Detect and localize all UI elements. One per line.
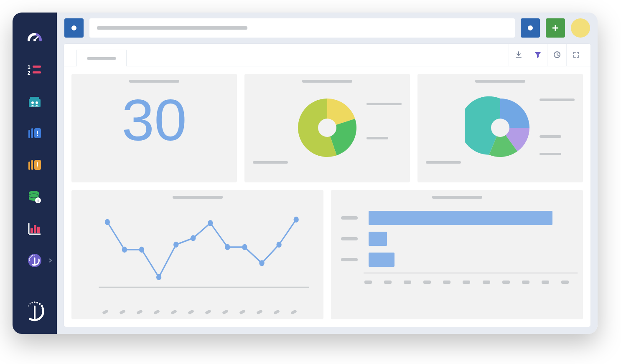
sidebar-item-list[interactable]: 1 2 [25,61,44,79]
svg-point-49 [173,242,178,248]
legend-right [366,103,402,139]
toolbar-actions [509,43,585,66]
svg-rect-5 [33,71,41,73]
add-button[interactable] [546,18,565,38]
sidebar: 1 2 ! [13,13,57,334]
panel-pie2[interactable] [417,74,583,182]
actions-button[interactable] [521,18,540,38]
svg-point-46 [122,247,127,253]
legend-item [540,99,575,101]
svg-point-37 [71,25,76,30]
panel-pie1-title [302,80,352,83]
bar-chart-icon [28,222,41,235]
bar-fill [369,211,552,225]
svg-point-32 [34,301,36,303]
alert-bars-blue-icon: ! [28,127,42,140]
svg-point-52 [225,244,230,250]
sidebar-item-alerts-blue[interactable]: ! [25,124,44,143]
numbered-list-icon: 1 2 [28,64,42,76]
sidebar-item-alerts-orange[interactable]: ! [25,156,44,174]
panel-line[interactable] [71,190,323,319]
svg-point-50 [191,235,196,241]
chevron-right-icon [49,258,52,263]
bar-label [341,258,358,261]
sidebar-item-app[interactable] [25,251,44,270]
svg-rect-25 [34,225,36,233]
svg-point-47 [139,247,144,253]
panel-line-title [173,196,223,199]
svg-point-43 [491,119,509,137]
panel-pie1[interactable] [244,74,410,182]
sidebar-item-database[interactable]: i [25,188,44,206]
search-input[interactable] [89,18,515,38]
bar-axis [364,272,583,278]
panel-bars[interactable] [331,190,583,319]
svg-text:1: 1 [28,64,31,70]
expand-icon [573,51,580,58]
tab-active[interactable] [76,50,127,66]
menu-button[interactable] [64,18,84,38]
avatar[interactable] [571,18,590,38]
alert-bars-orange-icon: ! [28,159,42,172]
download-button[interactable] [509,43,528,66]
svg-rect-11 [31,128,33,138]
sidebar-item-chart[interactable] [25,220,44,238]
legend-left [426,161,461,164]
donut-chart-2 [465,92,536,163]
gauge-icon [27,31,42,46]
bar-label [341,216,358,220]
svg-point-31 [36,302,38,303]
svg-point-9 [36,101,38,104]
kpi-value: 30 [77,91,231,149]
topbar [57,13,598,43]
legend-item [366,103,402,105]
svg-point-34 [30,303,31,305]
legend-left [253,161,288,164]
svg-point-35 [28,306,29,306]
search-placeholder-text [97,26,247,30]
sidebar-item-dashboard[interactable] [25,29,44,48]
svg-point-56 [294,217,299,222]
svg-point-33 [31,302,33,303]
svg-point-53 [242,244,247,250]
svg-point-45 [105,219,110,225]
download-icon [515,51,522,58]
sidebar-item-people[interactable] [25,93,44,111]
legend-item [540,153,561,155]
legend-item [366,137,388,139]
main-area: 30 [57,13,598,334]
plus-icon [551,24,560,32]
bar-row [341,210,573,226]
svg-point-48 [156,274,161,280]
bar-label [341,237,358,240]
svg-text:i: i [37,198,38,203]
legend-right [540,99,575,155]
legend-item [253,161,288,164]
svg-rect-24 [31,228,33,233]
svg-point-38 [528,25,533,30]
svg-point-8 [31,101,34,104]
app-circle-icon [28,253,42,268]
bar-row [341,251,573,268]
dashboard-grid: 30 [64,66,590,327]
filter-icon [534,51,542,58]
dot-icon [70,24,78,32]
dot-icon [527,24,534,32]
svg-rect-6 [29,99,41,107]
line-x-ticks [77,309,318,313]
clock-icon [553,51,561,58]
bar-fill [369,232,387,246]
time-button[interactable] [547,43,566,66]
sidebar-logo[interactable] [24,301,45,321]
svg-text:2: 2 [28,70,31,76]
fullscreen-button[interactable] [566,43,585,66]
panel-bars-title [432,196,482,199]
bars-x-ticks [341,280,573,284]
filter-button[interactable] [528,43,547,66]
svg-rect-15 [31,160,33,170]
panel-kpi[interactable]: 30 [71,74,237,182]
bar-fill [369,253,394,267]
content-card: 30 [64,43,591,327]
donut-chart-1 [292,92,363,163]
svg-rect-26 [37,227,40,233]
